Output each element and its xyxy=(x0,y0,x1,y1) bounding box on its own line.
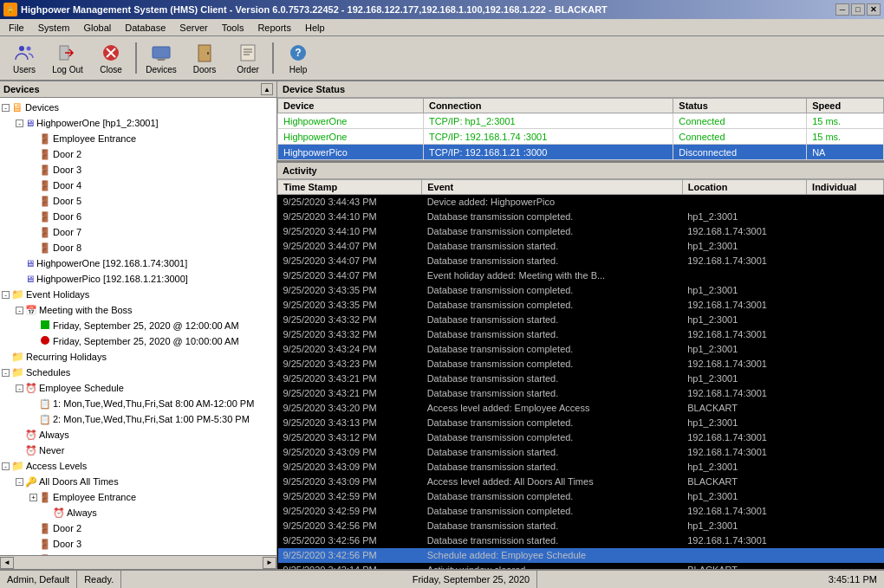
toolbar-users-button[interactable]: Users xyxy=(3,38,45,78)
activity-row[interactable]: 9/25/2020 3:43:20 PM Access level added:… xyxy=(278,401,884,416)
activity-row[interactable]: 9/25/2020 3:42:56 PM Database transmissi… xyxy=(278,533,884,548)
device-status-row[interactable]: HighpowerOne TCP/IP: 192.168.1.74 :3001 … xyxy=(278,129,884,145)
menu-database[interactable]: Database xyxy=(118,19,172,36)
activity-row[interactable]: 9/25/2020 3:44:10 PM Database transmissi… xyxy=(278,224,884,239)
menu-server[interactable]: Server xyxy=(172,19,214,36)
tree-item[interactable]: 🚪 Door 7 xyxy=(2,224,275,240)
close-button[interactable]: ✕ xyxy=(867,3,881,16)
activity-event: Database transmission completed. xyxy=(422,283,683,298)
activity-row[interactable]: 9/25/2020 3:43:09 PM Database transmissi… xyxy=(278,445,884,460)
activity-row[interactable]: 9/25/2020 3:43:32 PM Database transmissi… xyxy=(278,313,884,327)
menu-help[interactable]: Help xyxy=(298,19,332,36)
toolbar-help-button[interactable]: ? Help xyxy=(277,38,319,78)
tree-item[interactable]: ⏰ Always xyxy=(2,427,275,443)
activity-col-location: Location xyxy=(682,180,806,195)
activity-row[interactable]: 9/25/2020 3:42:59 PM Database transmissi… xyxy=(278,489,884,504)
hscroll-right-btn[interactable]: ► xyxy=(263,557,276,569)
activity-row[interactable]: 9/25/2020 3:43:21 PM Database transmissi… xyxy=(278,372,884,386)
menu-reports[interactable]: Reports xyxy=(250,19,298,36)
tree-item[interactable]: - 🖥 Devices xyxy=(2,100,275,115)
tree-item[interactable]: - 📁 Event Holidays xyxy=(2,287,275,302)
activity-row[interactable]: 9/25/2020 3:43:09 PM Database transmissi… xyxy=(278,460,884,475)
tree-item[interactable]: ⏰ Never xyxy=(2,443,275,458)
activity-table-container[interactable]: Time Stamp Event Location Individual 9/2… xyxy=(277,179,884,569)
minimize-button[interactable]: ─ xyxy=(835,3,849,16)
tree-item[interactable]: 🖥 HighpowerOne [192.168.1.74:3001] xyxy=(2,255,275,271)
device-status-row[interactable]: HighpowerPico TCP/IP: 192.168.1.21 :3000… xyxy=(278,145,884,160)
activity-row[interactable]: 9/25/2020 3:42:59 PM Database transmissi… xyxy=(278,504,884,519)
activity-row[interactable]: 9/25/2020 3:44:07 PM Event holiday added… xyxy=(278,268,884,283)
tree-item[interactable]: - 📁 Schedules xyxy=(2,365,275,380)
tree-item[interactable]: 🚪 Door 2 xyxy=(2,146,275,162)
menu-system[interactable]: System xyxy=(31,19,77,36)
activity-timestamp: 9/25/2020 3:44:07 PM xyxy=(278,239,422,254)
tree-item[interactable]: 🚪 Employee Entrance xyxy=(2,131,275,146)
tree-item[interactable]: - 📅 Meeting with the Boss xyxy=(2,302,275,318)
activity-row[interactable]: 9/25/2020 3:43:32 PM Database transmissi… xyxy=(278,327,884,342)
activity-timestamp: 9/25/2020 3:43:09 PM xyxy=(278,475,422,489)
activity-row[interactable]: 9/25/2020 3:44:07 PM Database transmissi… xyxy=(278,239,884,254)
activity-event: Database transmission completed. xyxy=(422,342,683,357)
activity-individual xyxy=(807,268,884,283)
tree-item[interactable]: - 📁 Access Levels xyxy=(2,458,275,474)
tree-item[interactable]: ⏰ Always xyxy=(2,505,275,520)
tree-item[interactable]: 🚪 Door 3 xyxy=(2,536,275,552)
devices-icon xyxy=(151,42,172,63)
activity-row[interactable]: 9/25/2020 3:43:35 PM Database transmissi… xyxy=(278,283,884,298)
menu-file[interactable]: File xyxy=(2,19,31,36)
tree-scroll-up-btn[interactable]: ▲ xyxy=(261,83,273,95)
activity-row[interactable]: 9/25/2020 3:43:35 PM Database transmissi… xyxy=(278,298,884,313)
tree-item[interactable]: 📁 Recurring Holidays xyxy=(2,349,275,365)
tree-item[interactable]: - ⏰ Employee Schedule xyxy=(2,380,275,396)
tree-item[interactable]: Friday, September 25, 2020 @ 12:00:00 AM xyxy=(2,318,275,333)
activity-timestamp: 9/25/2020 3:43:09 PM xyxy=(278,460,422,475)
activity-timestamp: 9/25/2020 3:43:23 PM xyxy=(278,357,422,372)
activity-row[interactable]: 9/25/2020 3:44:07 PM Database transmissi… xyxy=(278,254,884,268)
tree-item[interactable]: 🚪 Door 2 xyxy=(2,520,275,536)
tree-scroll-area[interactable]: - 🖥 Devices - 🖥 HighpowerOne [hp1_2:3001… xyxy=(0,98,276,555)
activity-row[interactable]: 9/25/2020 3:43:23 PM Database transmissi… xyxy=(278,357,884,372)
tree-item[interactable]: 🚪 Door 3 xyxy=(2,162,275,178)
activity-row[interactable]: 9/25/2020 3:43:12 PM Database transmissi… xyxy=(278,430,884,445)
tree-item[interactable]: 🚪 Door 8 xyxy=(2,240,275,255)
activity-timestamp: 9/25/2020 3:43:21 PM xyxy=(278,372,422,386)
toolbar-devices-button[interactable]: Devices xyxy=(140,38,182,78)
tree-item[interactable]: 📋 2: Mon,Tue,Wed,Thu,Fri,Sat 1:00 PM-5:3… xyxy=(2,411,275,427)
tree-item[interactable]: 🚪 Door 6 xyxy=(2,209,275,224)
activity-row[interactable]: 9/25/2020 3:43:13 PM Database transmissi… xyxy=(278,416,884,430)
toolbar-close-button[interactable]: Close xyxy=(90,38,132,78)
activity-row[interactable]: 9/25/2020 3:42:56 PM Database transmissi… xyxy=(278,519,884,533)
activity-row[interactable]: 9/25/2020 3:42:56 PM Schedule added: Emp… xyxy=(278,548,884,563)
toolbar-order-button[interactable]: Order xyxy=(227,38,269,78)
toolbar-logout-button[interactable]: Log Out xyxy=(47,38,88,78)
menu-tools[interactable]: Tools xyxy=(215,19,251,36)
menu-global[interactable]: Global xyxy=(76,19,118,36)
tree-item[interactable]: + 🚪 Employee Entrance xyxy=(2,489,275,505)
activity-location xyxy=(682,548,806,563)
tree-item[interactable]: 📋 1: Mon,Tue,Wed,Thu,Fri,Sat 8:00 AM-12:… xyxy=(2,396,275,411)
tree-item[interactable]: 🖥 HighpowerPico [192.168.1.21:3000] xyxy=(2,271,275,287)
tree-item[interactable]: - 🖥 HighpowerOne [hp1_2:3001] xyxy=(2,115,275,131)
tree-header: Devices ▲ xyxy=(0,81,276,98)
window-controls[interactable]: ─ □ ✕ xyxy=(835,3,881,16)
activity-row[interactable]: 9/25/2020 3:42:14 PM Activity window cle… xyxy=(278,563,884,570)
activity-row[interactable]: 9/25/2020 3:43:09 PM Access level added:… xyxy=(278,475,884,489)
tree-item[interactable]: - 🔑 All Doors All Times xyxy=(2,474,275,489)
hscroll-left-btn[interactable]: ◄ xyxy=(0,557,14,569)
tree-item[interactable]: Friday, September 25, 2020 @ 10:00:00 AM xyxy=(2,333,275,349)
activity-individual xyxy=(807,239,884,254)
activity-row[interactable]: 9/25/2020 3:44:43 PM Device added: Highp… xyxy=(278,195,884,210)
activity-row[interactable]: 9/25/2020 3:43:24 PM Database transmissi… xyxy=(278,342,884,357)
users-icon xyxy=(14,42,35,63)
activity-row[interactable]: 9/25/2020 3:43:21 PM Database transmissi… xyxy=(278,386,884,401)
activity-row[interactable]: 9/25/2020 3:44:10 PM Database transmissi… xyxy=(278,210,884,224)
activity-event: Database transmission completed. xyxy=(422,210,683,224)
status-cell: Connected xyxy=(673,113,807,129)
device-status-row[interactable]: HighpowerOne TCP/IP: hp1_2:3001 Connecte… xyxy=(278,113,884,129)
tree-item[interactable]: 🚪 Door 5 xyxy=(2,193,275,209)
toolbar-doors-button[interactable]: Doors xyxy=(184,38,225,78)
tree-item[interactable]: 🚪 Door 4 xyxy=(2,178,275,193)
activity-location xyxy=(682,195,806,210)
tree-hscroll[interactable]: ◄ ► xyxy=(0,555,276,569)
maximize-button[interactable]: □ xyxy=(851,3,865,16)
